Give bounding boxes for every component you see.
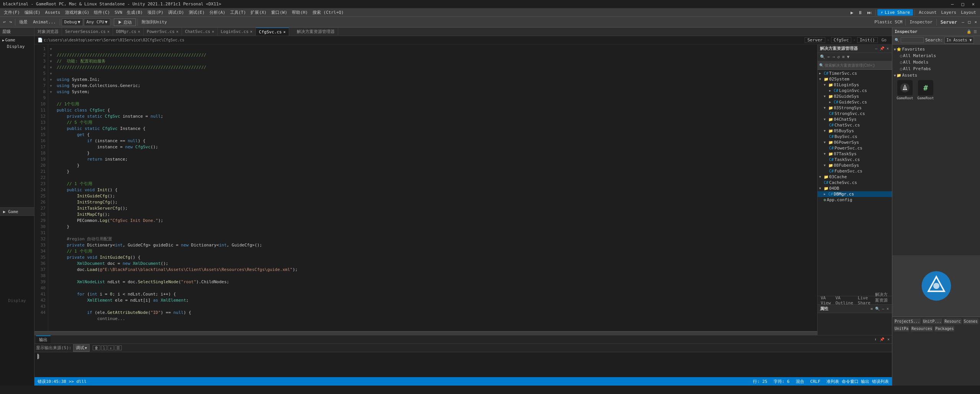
- favorites-item[interactable]: ▼ ⭐ Favorites: [892, 46, 980, 53]
- output-expand-icon[interactable]: ⬆: [874, 337, 877, 341]
- tree-item-04chatsys[interactable]: ▼ 📁 04ChatSys: [818, 117, 892, 122]
- breadcrumb-go[interactable]: Go: [879, 38, 889, 43]
- tab-chatsvc[interactable]: ChatSvc.cs×: [182, 28, 218, 36]
- menu-item-build[interactable]: 生成(B): [124, 9, 145, 16]
- sol-search-icon[interactable]: 🔍: [819, 54, 826, 59]
- hierarchy-tab[interactable]: 层级: [2, 29, 11, 34]
- tree-item-05buysys[interactable]: ▼ 📁 05BuySys: [818, 128, 892, 134]
- output-close-icon[interactable]: ×: [887, 337, 890, 341]
- live-share-btn[interactable]: ⚡ Live Share: [877, 9, 913, 16]
- tree-item-06powersys[interactable]: ▼ 📁 06PowerSys: [818, 140, 892, 145]
- maximize-btn[interactable]: □: [959, 2, 967, 7]
- account-btn[interactable]: Account: [916, 9, 939, 16]
- tab-loginsvc[interactable]: LoginSvc.cs×: [218, 28, 256, 36]
- inner-tab-init[interactable]: Init(): [857, 37, 878, 43]
- menu-item-debug[interactable]: 调试(D): [166, 9, 187, 16]
- props-sort-icon[interactable]: ≡: [870, 307, 874, 311]
- game-tab[interactable]: ▶ Game: [2, 209, 20, 214]
- all-models-item[interactable]: ◯ All Models: [892, 59, 980, 66]
- game-root-icon-2[interactable]: # GameRoot: [916, 80, 935, 100]
- assets-in-select[interactable]: In Assets ▼: [944, 37, 973, 44]
- assets-search-input[interactable]: [901, 37, 924, 43]
- tree-item-07tasksys[interactable]: ▼ 📁 07TaskSys: [818, 151, 892, 157]
- menu-item-project[interactable]: 项目(P): [145, 9, 166, 16]
- tab-close-chatsvc[interactable]: ×: [212, 30, 214, 34]
- debug-config[interactable]: Debug ▼: [62, 18, 83, 26]
- solution-search-input[interactable]: [825, 63, 890, 67]
- solution-close-btn[interactable]: ×: [886, 46, 890, 51]
- output-pin-icon[interactable]: 📌: [879, 337, 885, 341]
- solution-pin-btn[interactable]: 📌: [879, 46, 885, 51]
- menu-item-file[interactable]: 文件(F): [2, 9, 22, 16]
- tab-cfgsvc[interactable]: CfgSvc.cs×: [256, 28, 289, 36]
- menu-item-help[interactable]: 帮助(H): [290, 9, 310, 16]
- platform-config[interactable]: Any CPU ▼: [84, 18, 110, 26]
- output-clear-btn[interactable]: 🗑: [93, 345, 100, 350]
- tree-item-buysvc[interactable]: C# BuySvc.cs: [818, 134, 892, 140]
- layers-btn[interactable]: Layers: [939, 9, 959, 16]
- tree-item-dbmgr[interactable]: ▶ C# DBMgr.cs: [818, 191, 892, 197]
- horizontal-scrollbar[interactable]: [34, 331, 817, 335]
- tab-close-dbmgr[interactable]: ×: [138, 30, 140, 34]
- unity-pause-btn[interactable]: ⏸: [856, 9, 865, 16]
- tab-close-loginsvc[interactable]: ×: [250, 30, 252, 34]
- unity-step-btn[interactable]: ⏭: [865, 9, 874, 16]
- project-item-resources[interactable]: Resources: [911, 326, 933, 332]
- menu-item-gameobject[interactable]: 游戏对象(G): [63, 9, 92, 16]
- inspector-lock-icon[interactable]: 🔒: [966, 30, 972, 34]
- tab-object-browser[interactable]: 对象浏览器: [34, 28, 62, 36]
- hierarchy-item-display[interactable]: Display: [1, 43, 33, 50]
- toolbar-undo[interactable]: ↩: [2, 19, 7, 25]
- window-controls[interactable]: — □ ×: [949, 2, 977, 7]
- sol-back-icon[interactable]: ←: [827, 54, 831, 59]
- va-view-btn[interactable]: VA View: [819, 296, 833, 305]
- menu-item-tools[interactable]: 工具(T): [228, 9, 249, 16]
- game-root-icon-1[interactable]: GameRoot: [895, 80, 915, 100]
- tree-item-01loginsys[interactable]: ▼ 📁 01LoginSys: [818, 82, 892, 88]
- toolbar-minimize[interactable]: —: [960, 19, 966, 25]
- menu-item-extensions[interactable]: 扩展(X): [248, 9, 269, 16]
- output-source-select[interactable]: 调试 ▼: [73, 344, 90, 352]
- toolbar-redo[interactable]: ↪: [8, 19, 14, 25]
- project-item-1[interactable]: ProjectS...: [894, 318, 921, 324]
- run-button[interactable]: ▶ 启动: [114, 18, 136, 26]
- tab-powersvc[interactable]: PowerSvc.cs×: [144, 28, 182, 36]
- layout-btn[interactable]: Layout: [959, 9, 978, 16]
- inner-tab-server[interactable]: Server: [805, 37, 825, 43]
- output-tab-btn[interactable]: 输出: [36, 335, 51, 343]
- tree-item-03strongsys[interactable]: ▼ 📁 03StrongSys: [818, 105, 892, 111]
- output-scroll-btn[interactable]: ↓: [108, 345, 114, 350]
- menu-item-edit[interactable]: 编辑(E): [22, 9, 43, 16]
- sol-collapse-icon[interactable]: ≡: [841, 54, 846, 59]
- menu-item-assets[interactable]: Assets: [43, 9, 63, 16]
- fold-indicators[interactable]: ▼ ▼ ▼ ▼ ▼▼ ▼ ▼: [48, 44, 54, 331]
- tree-item-loginsvc[interactable]: ▶ C# LoginSvc.cs: [818, 88, 892, 94]
- scene-tab[interactable]: 场景: [17, 18, 30, 26]
- project-item-packages[interactable]: Packages: [934, 326, 954, 332]
- tab-server-session[interactable]: ServerSession.cs×: [62, 28, 113, 36]
- project-item-2[interactable]: UnitP...: [922, 318, 942, 324]
- inspector-menu-icon[interactable]: ☰: [973, 30, 978, 34]
- animate-tab[interactable]: Animat...: [31, 19, 58, 25]
- tree-item-08fubensys[interactable]: ▼ 📁 08FubenSys: [818, 163, 892, 168]
- assets-folder-item[interactable]: ▼ 📁 Assets: [892, 72, 980, 79]
- tree-item-guidesvc[interactable]: ▶ C# GuideSvc.cs: [818, 99, 892, 105]
- project-item-unitpa[interactable]: UnitPa: [894, 326, 909, 332]
- menu-item-test[interactable]: 测试(E): [187, 9, 207, 16]
- menu-item-analyze[interactable]: 分析(A): [207, 9, 228, 16]
- project-item-3[interactable]: Resourc: [944, 318, 961, 324]
- menu-item-window[interactable]: 窗口(W): [269, 9, 290, 16]
- tab-solution-explorer[interactable]: 解决方案资源管理器: [294, 28, 338, 36]
- all-materials-item[interactable]: ◯ All Materials: [892, 53, 980, 59]
- solution-minimize-btn[interactable]: —: [874, 46, 878, 51]
- tree-item-chatsvc[interactable]: C# ChatSvc.cs: [818, 122, 892, 128]
- tree-item-timersvc[interactable]: ▶ C# TimerSvc.cs: [818, 71, 892, 76]
- close-btn[interactable]: ×: [970, 2, 977, 7]
- tree-item-tasksvc[interactable]: C# TaskSvc.cs: [818, 157, 892, 163]
- tree-item-04db[interactable]: ▼ 📁 04DB: [818, 186, 892, 191]
- project-item-scenes[interactable]: Scenes: [963, 318, 978, 324]
- tree-item-appconfig[interactable]: ⚙ App.config: [818, 197, 892, 203]
- toolbar-maximize[interactable]: □: [967, 19, 972, 25]
- output-wrap-btn[interactable]: ⤵: [101, 345, 107, 350]
- menu-item-search[interactable]: 搜索 (Ctrl+Q): [310, 9, 346, 16]
